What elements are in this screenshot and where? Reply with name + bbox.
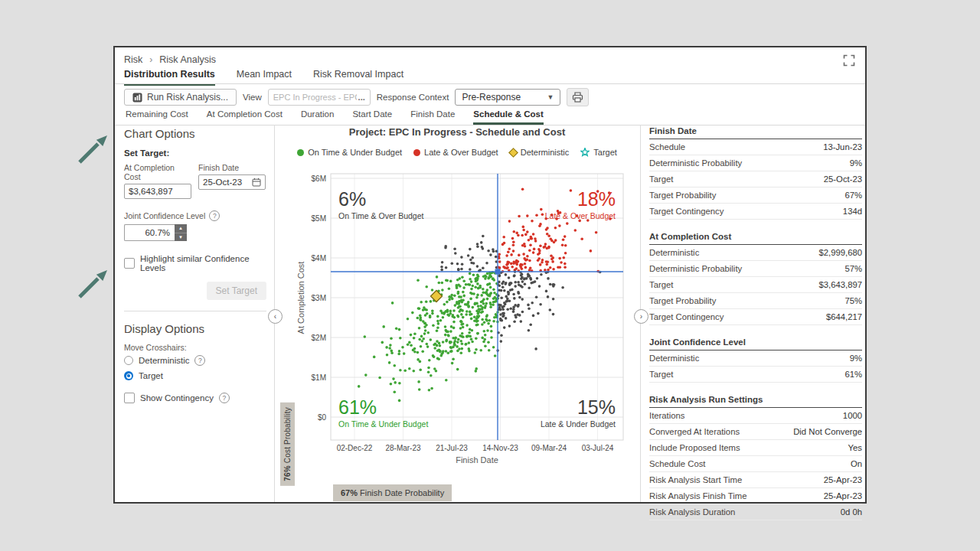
panel-row-value: $2,999,680 <box>818 248 862 257</box>
panel-row-value: 134d <box>843 207 862 216</box>
panel-row-label: Risk Analysis Finish Time <box>649 491 746 500</box>
panel-row-value: 0d 0h <box>841 507 862 517</box>
panel-row-label: Deterministic Probability <box>649 264 742 273</box>
panel-row: Iterations1000 <box>649 408 862 424</box>
x-tick-label: 28-Mar-23 <box>385 444 421 452</box>
quadrant-label: On Time & Under Budget <box>338 419 428 429</box>
panel-row-value: 25-Oct-23 <box>824 174 862 184</box>
y-tick-label: $3M <box>312 294 326 302</box>
panel-row: Target61% <box>649 367 862 383</box>
x-tick-label: 02-Dec-22 <box>337 444 373 452</box>
arrow-to-set-target <box>80 135 107 162</box>
panel-row-label: Target <box>649 370 673 379</box>
panel-row: Target Probability75% <box>649 293 862 309</box>
y-tick-label: $5M <box>312 214 326 223</box>
panel-section: Joint Confidence LevelDeterministic9%Tar… <box>649 335 862 383</box>
finish-probability-label: Finish Date Probability <box>358 488 444 497</box>
panel-row: Schedule CostOn <box>649 456 862 472</box>
panel-row-value: 67% <box>844 191 862 200</box>
page: { "breadcrumb": {"items": ["Risk", "Risk… <box>0 0 980 551</box>
collapse-right-panel-button[interactable]: › <box>634 309 648 324</box>
panel-row-label: Schedule <box>649 142 685 152</box>
panel-row: Converged At IterationsDid Not Converge <box>649 424 862 440</box>
panel-row: Target$3,643,897 <box>649 277 862 293</box>
panel-section-heading: Risk Analysis Run Settings <box>649 393 862 408</box>
panel-row-value: 13-Jun-23 <box>823 142 862 152</box>
panel-row-label: Iterations <box>649 411 684 420</box>
quadrant-percentage: 15% <box>577 396 616 418</box>
panel-row-value: $3,643,897 <box>818 280 862 289</box>
y-tick-label: $0 <box>318 413 327 422</box>
panel-row: Risk Analysis Start Time25-Apr-23 <box>649 472 862 488</box>
collapse-left-panel-button[interactable]: ‹ <box>268 309 283 324</box>
panel-row: Schedule13-Jun-23 <box>649 139 862 155</box>
deterministic-marker <box>431 291 443 302</box>
x-tick-label: 09-Mar-24 <box>531 444 567 452</box>
panel-row-label: Deterministic Probability <box>649 158 742 168</box>
panel-row-label: Target <box>649 280 673 289</box>
panel-row: Risk Analysis Finish Time25-Apr-23 <box>649 488 862 504</box>
panel-section-heading: At Completion Cost <box>649 230 862 245</box>
panel-row: Risk Analysis Duration0d 0h <box>649 504 862 520</box>
panel-row-value: 9% <box>850 354 862 363</box>
panel-row-label: Target Contingency <box>649 207 724 216</box>
right-panel: Finish DateSchedule13-Jun-23Deterministi… <box>649 124 862 520</box>
cost-probability-pct: 76% <box>283 465 292 481</box>
panel-row-label: Deterministic <box>649 354 699 363</box>
panel-row: Include Proposed ItemsYes <box>649 440 862 456</box>
finish-probability-pct: 67% <box>341 488 358 497</box>
quadrant-percentage: 61% <box>338 396 377 418</box>
panel-row-value: Yes <box>848 443 862 452</box>
panel-row-value: 61% <box>844 370 862 379</box>
app-window: Risk › Risk Analysis Distribution Result… <box>113 46 867 504</box>
target-marker <box>495 269 501 275</box>
arrow-to-display-options <box>80 270 107 297</box>
y-tick-label: $1M <box>312 373 326 382</box>
panel-row-value: On <box>851 459 862 468</box>
x-tick-label: 03-Jul-24 <box>582 444 614 452</box>
panel-section: At Completion CostDeterministic$2,999,68… <box>649 230 862 325</box>
panel-section: Finish DateSchedule13-Jun-23Deterministi… <box>649 124 862 220</box>
finish-date-probability-badge: 67% Finish Date Probability <box>333 484 452 501</box>
y-tick-label: $4M <box>312 254 326 262</box>
panel-row: Deterministic$2,999,680 <box>649 245 862 261</box>
panel-row-label: Schedule Cost <box>649 459 705 468</box>
panel-section: Risk Analysis Run SettingsIterations1000… <box>649 393 862 520</box>
panel-row-value: 1000 <box>843 411 862 420</box>
panel-row-label: Target <box>649 174 673 184</box>
quadrant-label: Late & Under Budget <box>541 419 616 429</box>
x-tick-label: 14-Nov-23 <box>482 444 518 452</box>
panel-row: Target Contingency$644,217 <box>649 309 862 325</box>
panel-row: Target25-Oct-23 <box>649 171 862 187</box>
quadrant-label: On Time & Over Budget <box>338 211 424 220</box>
panel-row-value: 25-Apr-23 <box>824 475 862 484</box>
panel-row-value: $644,217 <box>826 312 862 321</box>
y-tick-label: $2M <box>312 334 326 342</box>
panel-row: Deterministic Probability9% <box>649 155 862 171</box>
panel-row: Target Probability67% <box>649 187 862 204</box>
x-tick-label: 21-Jul-23 <box>436 444 468 452</box>
y-axis-label: At Completion Cost <box>296 262 305 334</box>
panel-row-value: 75% <box>844 296 862 305</box>
panel-row: Deterministic9% <box>649 350 862 367</box>
panel-row-label: Target Probability <box>649 296 716 305</box>
panel-row-value: 9% <box>850 158 862 168</box>
panel-row-label: Converged At Iterations <box>649 427 740 436</box>
panel-row-value: Did Not Converge <box>793 427 862 436</box>
panel-section-heading: Joint Confidence Level <box>649 335 862 350</box>
cost-probability-label: Cost Probability <box>283 407 292 465</box>
panel-row-label: Target Probability <box>649 191 716 200</box>
panel-row-label: Risk Analysis Duration <box>649 507 735 517</box>
panel-row: Deterministic Probability57% <box>649 261 862 277</box>
quadrant-percentage: 6% <box>338 188 366 210</box>
cost-probability-badge: 76% Cost Probability <box>280 403 295 486</box>
panel-section-heading: Finish Date <box>649 124 862 139</box>
panel-row-label: Risk Analysis Start Time <box>649 475 742 484</box>
panel-row-label: Include Proposed Items <box>649 443 740 452</box>
panel-row: Target Contingency134d <box>649 204 862 220</box>
x-axis-label: Finish Date <box>456 455 498 465</box>
panel-row-value: 57% <box>844 264 862 273</box>
panel-row-label: Deterministic <box>649 248 699 257</box>
panel-row-label: Target Contingency <box>649 312 724 321</box>
y-tick-label: $6M <box>312 174 326 183</box>
